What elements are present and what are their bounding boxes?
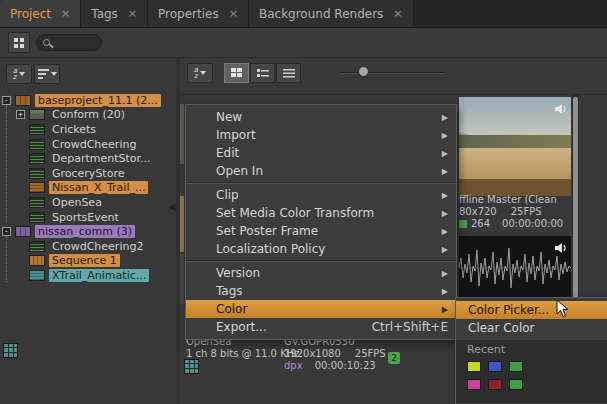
close-icon[interactable]: × xyxy=(128,7,137,20)
menu-item-set-media-color-transform[interactable]: Set Media Color Transform ▶ xyxy=(186,204,456,222)
menu-item-set-poster-frame[interactable]: Set Poster Frame ▶ xyxy=(186,222,456,240)
tree-item-label: DepartmentStor... xyxy=(49,152,154,165)
tree-item-label: Sequence 1 xyxy=(49,254,120,267)
color-swatch[interactable] xyxy=(509,361,523,372)
menu-item-label: Clip xyxy=(216,188,239,202)
tree-item-sequence1[interactable]: Sequence 1 xyxy=(0,254,176,269)
clip-thumbnail-offline-master[interactable] xyxy=(459,97,571,196)
clip-icon xyxy=(29,168,45,179)
menu-item-label: Edit xyxy=(216,146,239,160)
submenu-arrow-icon: ▶ xyxy=(442,149,448,158)
view-details-button[interactable] xyxy=(276,63,301,83)
menu-item-color[interactable]: Color ▶ xyxy=(186,300,456,318)
color-swatch[interactable] xyxy=(488,379,502,390)
tree-item-crowdcheering[interactable]: CrowdCheering xyxy=(0,137,176,152)
menu-item-open-in[interactable]: Open In ▶ xyxy=(186,162,456,180)
clip-icon xyxy=(29,153,45,164)
splitter-collapse-icon[interactable]: ◀ xyxy=(168,201,176,212)
menu-item-clip[interactable]: Clip ▶ xyxy=(186,186,456,204)
tree-item-baseproject[interactable]: - baseproject_11.1 (2... xyxy=(0,93,176,108)
menu-item-version[interactable]: Version ▶ xyxy=(186,264,456,282)
close-icon[interactable]: × xyxy=(61,7,70,20)
submenu-item-color-picker[interactable]: Color Picker... xyxy=(456,301,607,319)
menu-item-localization-policy[interactable]: Localization Policy ▶ xyxy=(186,240,456,258)
submenu-arrow-icon: ▶ xyxy=(442,209,448,218)
sort-alpha-button[interactable]: az xyxy=(6,64,32,84)
bin-thumbnail-icon[interactable] xyxy=(184,359,199,374)
menu-item-export[interactable]: Export... Ctrl+Shift+E xyxy=(186,318,456,336)
tree-item-nissan-xtrail[interactable]: Nissan_X_Trail_... xyxy=(0,181,176,196)
tab-background-renders[interactable]: Background Renders × xyxy=(249,0,414,27)
color-swatch[interactable] xyxy=(467,379,481,390)
main-toolbar xyxy=(0,28,607,58)
submenu-arrow-icon: ▶ xyxy=(442,287,448,296)
color-swatch[interactable] xyxy=(509,379,523,390)
codec-chip-icon xyxy=(459,220,467,228)
clip-caption-offline-master: ffline Master (Clean 80x720 25FPS 264 00… xyxy=(459,194,563,230)
tree-item-label: CrowdCheering xyxy=(49,138,139,151)
swatch-row xyxy=(467,379,607,390)
tree-item-label: Crickets xyxy=(49,123,99,136)
grid-icon xyxy=(14,38,25,48)
tree-item-grocerystore[interactable]: GroceryStore xyxy=(0,166,176,181)
sort-order-button[interactable] xyxy=(34,64,60,84)
application-window: Project × Tags × Properties × Background… xyxy=(0,0,607,404)
mouse-cursor xyxy=(556,299,570,323)
grid-view-icon xyxy=(231,68,242,78)
speaker-icon xyxy=(554,100,568,112)
search-input[interactable] xyxy=(36,34,102,51)
clip-icon xyxy=(29,182,45,193)
context-menu: New ▶ Import ▶ Edit ▶ Open In ▶ Clip ▶ S… xyxy=(185,104,457,340)
view-grid-button[interactable] xyxy=(224,63,249,83)
search-icon xyxy=(43,39,50,46)
clip-icon xyxy=(29,270,45,281)
collapse-icon[interactable]: - xyxy=(2,227,11,236)
sort-alpha-button[interactable]: az xyxy=(187,63,213,83)
collapse-icon[interactable]: - xyxy=(2,96,11,105)
bin-tree-panel: az - baseproject_11.1 (2... + Conform (2… xyxy=(0,58,176,404)
tree-item-crowdcheering2[interactable]: CrowdCheering2 xyxy=(0,239,176,254)
clip-thumbnail-audio[interactable] xyxy=(459,236,571,300)
thumbnail-size-slider[interactable] xyxy=(340,72,445,74)
submenu-arrow-icon: ▶ xyxy=(442,167,448,176)
tree-item-nissan-comm[interactable]: - nissan_comm (3) xyxy=(0,224,176,239)
clip-fps: 25FPS xyxy=(511,206,542,218)
tree-item-sportsevent[interactable]: SportsEvent xyxy=(0,210,176,225)
speaker-icon xyxy=(554,239,568,251)
menu-item-new[interactable]: New ▶ xyxy=(186,108,456,126)
bin-thumbnail-icon[interactable] xyxy=(3,343,18,358)
view-mode-group xyxy=(224,63,302,83)
tree-item-crickets[interactable]: Crickets xyxy=(0,122,176,137)
slider-handle[interactable] xyxy=(358,66,369,77)
menu-item-import[interactable]: Import ▶ xyxy=(186,126,456,144)
tab-label: Tags xyxy=(91,7,118,21)
tree-item-label: baseproject_11.1 (2... xyxy=(35,94,161,107)
close-icon[interactable]: × xyxy=(393,7,402,20)
tree-item-label: CrowdCheering2 xyxy=(49,240,146,253)
scrollbar-thumb[interactable] xyxy=(573,97,578,299)
chevron-down-icon xyxy=(19,72,25,76)
color-swatch[interactable] xyxy=(467,361,481,372)
menu-item-edit[interactable]: Edit ▶ xyxy=(186,144,456,162)
tree-item-departmentstore[interactable]: DepartmentStor... xyxy=(0,151,176,166)
layout-grid-button[interactable] xyxy=(8,32,30,53)
tab-properties[interactable]: Properties × xyxy=(148,0,249,27)
color-swatch[interactable] xyxy=(488,361,502,372)
tab-tags[interactable]: Tags × xyxy=(81,0,148,27)
tab-project[interactable]: Project × xyxy=(0,0,81,27)
expand-icon[interactable]: + xyxy=(16,110,25,119)
clip-caption-gopro: GV.GOPR0550 1920x1080 25FPS dpx 00:00:10… xyxy=(284,336,386,372)
chevron-down-icon xyxy=(51,72,57,76)
submenu-arrow-icon: ▶ xyxy=(442,269,448,278)
submenu-item-clear-color[interactable]: Clear Color xyxy=(456,319,607,337)
tree-item-xtrail-animatic[interactable]: XTrail_Animatic... xyxy=(0,268,176,283)
menu-item-tags[interactable]: Tags ▶ xyxy=(186,282,456,300)
tree-item-opensea[interactable]: OpenSea xyxy=(0,195,176,210)
menu-item-label: Set Poster Frame xyxy=(216,224,318,238)
clip-icon xyxy=(29,212,45,223)
tree-item-conform[interactable]: + Conform (20) xyxy=(0,108,176,123)
submenu-arrow-icon: ▶ xyxy=(442,305,448,314)
tab-bar: Project × Tags × Properties × Background… xyxy=(0,0,607,28)
view-list-button[interactable] xyxy=(250,63,275,83)
close-icon[interactable]: × xyxy=(229,7,238,20)
